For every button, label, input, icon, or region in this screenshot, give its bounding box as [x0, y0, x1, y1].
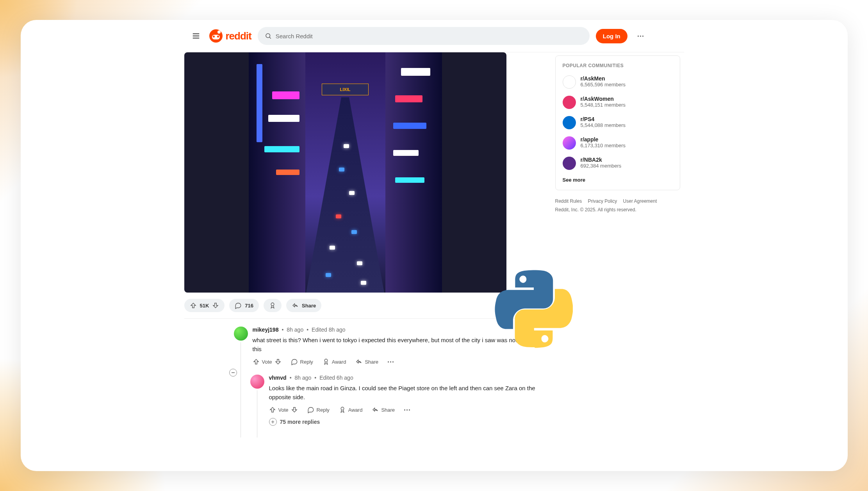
comment-vote[interactable]: Vote — [253, 358, 282, 365]
post-action-bar: 51K 716 Share — [184, 293, 540, 319]
share-label: Share — [302, 303, 316, 309]
comment-username[interactable]: vhmvd — [269, 375, 287, 381]
comment-more-button[interactable] — [388, 361, 394, 362]
post-image[interactable]: LIXIL — [184, 52, 506, 293]
community-link[interactable]: r/PS45,544,088 members — [563, 116, 673, 129]
comment-time: 8h ago — [295, 375, 312, 381]
community-link[interactable]: r/apple6,173,310 members — [563, 136, 673, 150]
comments-section: mikeyj198 • 8h ago • Edited 8h ago what … — [184, 319, 540, 441]
python-logo-icon — [495, 270, 573, 348]
comment-icon — [307, 406, 314, 413]
comment-award-button[interactable]: Award — [323, 358, 346, 365]
footer-link-rules[interactable]: Reddit Rules — [555, 198, 582, 204]
comment-more-button[interactable] — [404, 409, 410, 411]
footer-link-privacy[interactable]: Privacy Policy — [588, 198, 617, 204]
award-icon — [339, 406, 346, 413]
more-replies-button[interactable]: + 75 more replies — [269, 418, 540, 426]
community-icon — [563, 157, 576, 170]
share-pill[interactable]: Share — [286, 299, 321, 312]
community-link[interactable]: r/AskMen6,565,596 members — [563, 75, 673, 89]
downvote-icon[interactable] — [291, 406, 298, 413]
sidebar-section-title: POPULAR COMMUNITIES — [563, 63, 673, 68]
hamburger-icon — [192, 32, 200, 40]
downvote-icon[interactable] — [212, 302, 219, 309]
main-content: LIXIL — [184, 52, 547, 471]
svg-point-3 — [266, 34, 270, 38]
plus-icon: + — [269, 418, 277, 426]
comment-reply-button[interactable]: Reply — [307, 406, 330, 413]
community-icon — [563, 116, 576, 129]
comment-share-button[interactable]: Share — [372, 406, 395, 413]
search-input[interactable] — [276, 33, 583, 39]
sidebar: POPULAR COMMUNITIES r/AskMen6,565,596 me… — [547, 52, 684, 471]
header: reddit Log In — [184, 20, 684, 52]
svg-point-7 — [341, 407, 344, 410]
collapse-thread-button[interactable] — [229, 369, 237, 377]
comment-body: Looks like the main road in Ginza. I cou… — [269, 384, 540, 402]
image-sign-text: LIXIL — [322, 84, 369, 95]
vote-pill[interactable]: 51K — [184, 299, 225, 312]
search-icon — [265, 32, 272, 39]
more-icon — [388, 361, 394, 362]
comment-count: 716 — [245, 303, 253, 309]
comment-share-button[interactable]: Share — [355, 358, 378, 365]
avatar[interactable] — [234, 327, 248, 341]
comment: vhmvd • 8h ago • Edited 6h ago Looks lik… — [269, 375, 540, 426]
svg-point-6 — [324, 359, 328, 362]
community-link[interactable]: r/NBA2k692,384 members — [563, 157, 673, 170]
more-icon — [404, 409, 410, 411]
vote-count: 51K — [200, 303, 209, 309]
hamburger-menu-button[interactable] — [189, 29, 203, 43]
footer-copyright: Reddit, Inc. © 2025. All rights reserved… — [555, 206, 680, 214]
comment-edited: Edited 6h ago — [319, 375, 353, 381]
footer: Reddit Rules Privacy Policy User Agreeme… — [555, 197, 680, 214]
comment-username[interactable]: mikeyj198 — [253, 327, 279, 333]
award-pill[interactable] — [264, 299, 282, 312]
more-menu-button[interactable] — [634, 29, 648, 43]
community-icon — [563, 136, 576, 150]
downvote-icon[interactable] — [274, 358, 282, 365]
see-more-link[interactable]: See more — [563, 177, 673, 183]
share-icon — [292, 302, 299, 309]
community-icon — [563, 96, 576, 109]
comment-reply-button[interactable]: Reply — [291, 358, 313, 365]
comment-time: 8h ago — [287, 327, 303, 333]
comment-icon — [291, 358, 298, 365]
comments-pill[interactable]: 716 — [229, 299, 259, 312]
login-button[interactable]: Log In — [596, 29, 627, 43]
community-link[interactable]: r/AskWomen5,548,151 members — [563, 96, 673, 109]
popular-communities-card: POPULAR COMMUNITIES r/AskMen6,565,596 me… — [555, 55, 680, 190]
more-icon — [638, 36, 643, 37]
reddit-logo-icon — [209, 29, 223, 43]
footer-link-agreement[interactable]: User Agreement — [623, 198, 657, 204]
reddit-logo-text: reddit — [226, 30, 251, 42]
comment-award-button[interactable]: Award — [339, 406, 363, 413]
upvote-icon[interactable] — [269, 406, 276, 413]
reddit-logo[interactable]: reddit — [209, 29, 251, 43]
award-icon — [323, 358, 330, 365]
upvote-icon[interactable] — [190, 302, 197, 309]
share-icon — [372, 406, 379, 413]
comment-vote[interactable]: Vote — [269, 406, 298, 413]
avatar[interactable] — [250, 375, 264, 389]
search-bar[interactable] — [258, 27, 590, 45]
comment-edited: Edited 8h ago — [312, 327, 345, 333]
svg-line-4 — [269, 37, 271, 39]
upvote-icon[interactable] — [253, 358, 260, 365]
award-icon — [269, 302, 276, 309]
svg-point-5 — [271, 303, 274, 306]
community-icon — [563, 75, 576, 89]
share-icon — [355, 358, 362, 365]
comment-icon — [235, 302, 242, 309]
